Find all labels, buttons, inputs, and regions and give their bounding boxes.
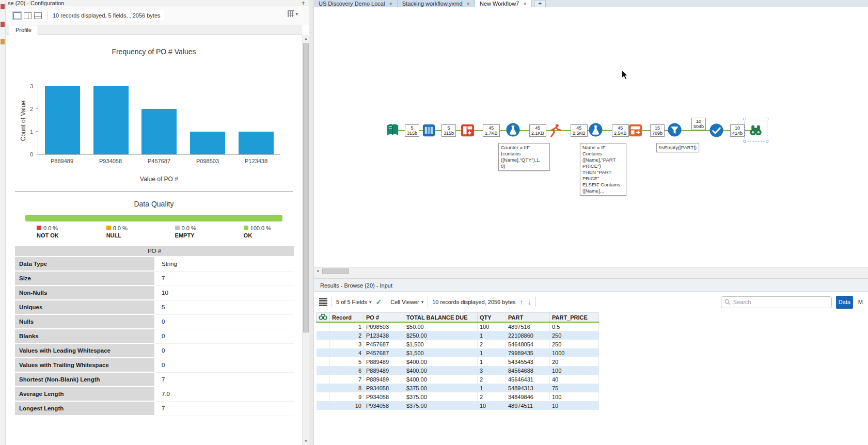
search-input[interactable] <box>733 299 828 305</box>
runner-tool[interactable] <box>547 122 563 138</box>
results-row[interactable]: 3P457687$1,500254648054250 <box>317 340 599 348</box>
scrollbar-thumb[interactable] <box>303 43 309 332</box>
results-cell[interactable]: $1,500 <box>404 340 478 348</box>
results-cell[interactable]: 5 <box>330 357 364 366</box>
connection-badge[interactable]: 451.7KB <box>483 124 500 137</box>
results-row[interactable]: 4P457687$1,5001799894351000 <box>317 348 599 357</box>
tab-profile[interactable]: Profile <box>9 25 38 35</box>
results-column-header[interactable]: PART_PRICE <box>550 313 599 323</box>
results-row[interactable]: 7P889489$400.0024564643140 <box>317 375 599 384</box>
connection-badge[interactable]: 5315b <box>441 124 456 137</box>
results-cell[interactable]: 1 <box>330 322 364 331</box>
scroll-left-button[interactable]: ◄ <box>314 268 321 274</box>
results-cell[interactable]: $375.00 <box>404 392 478 401</box>
results-cell[interactable]: 7 <box>330 375 364 384</box>
results-cell[interactable]: 6 <box>330 366 364 375</box>
results-cell[interactable]: 250 <box>550 331 599 340</box>
results-column-header[interactable]: PO # <box>364 313 404 323</box>
results-cell[interactable]: 3 <box>330 340 364 348</box>
filter-tool[interactable] <box>667 122 683 138</box>
close-icon[interactable]: × <box>467 0 470 7</box>
results-cell[interactable]: P934058 <box>364 392 404 401</box>
results-cell[interactable]: 84564688 <box>506 366 550 375</box>
expand-icon[interactable]: + <box>301 0 305 6</box>
results-column-header[interactable]: TOTAL BALANCE DUE <box>404 313 478 323</box>
results-cell[interactable]: 1 <box>478 348 506 357</box>
split-horizontal-layout-icon[interactable] <box>34 12 42 19</box>
dock-icon-1[interactable] <box>1 4 5 9</box>
metadata-button[interactable]: M <box>857 299 863 305</box>
results-row[interactable]: 1P098503$50.0010048975160.5 <box>317 322 599 331</box>
results-cell[interactable]: $400.00 <box>404 375 478 384</box>
results-cell[interactable]: 9 <box>330 392 364 401</box>
split-vertical-layout-icon[interactable] <box>24 12 31 19</box>
results-cell[interactable]: 1 <box>478 357 506 366</box>
results-cell[interactable]: 75 <box>550 384 599 392</box>
results-cell[interactable]: P457687 <box>364 340 404 348</box>
results-cell[interactable]: 40 <box>550 375 599 384</box>
formula-tool-2[interactable] <box>588 122 604 138</box>
results-cell[interactable]: 10 <box>550 401 599 410</box>
data-view-button[interactable]: Data <box>836 296 853 309</box>
results-cell[interactable]: 54648054 <box>506 340 550 348</box>
results-row[interactable]: 9P934058$375.00234849846100 <box>317 392 599 401</box>
results-cell[interactable]: 10 <box>478 401 506 410</box>
workflow-canvas[interactable]: 5315b 5315b 451.7KB 452.1KB 452.5KB <box>314 7 868 267</box>
results-cell[interactable]: 100 <box>550 392 599 401</box>
results-cell[interactable]: P123438 <box>364 331 404 340</box>
results-cell[interactable]: P889489 <box>364 366 404 375</box>
results-cell[interactable]: 20 <box>550 357 599 366</box>
select-tool[interactable] <box>708 122 724 138</box>
dock-icon-2[interactable] <box>1 22 5 27</box>
up-arrow-button[interactable]: ↑ <box>520 298 524 306</box>
annotation-name-formula[interactable]: Name = IF Contains ([Name],"PART PRICE")… <box>580 143 626 196</box>
results-cell[interactable]: P934058 <box>364 384 404 392</box>
connection-badge[interactable]: 452.1KB <box>529 124 546 137</box>
results-cell[interactable]: P457687 <box>364 348 404 357</box>
results-cell[interactable]: $50.00 <box>404 322 478 331</box>
vertical-scrollbar[interactable]: ▲ ▼ <box>302 35 309 445</box>
results-cell[interactable]: P889489 <box>364 375 404 384</box>
results-cell[interactable]: 54345543 <box>506 357 550 366</box>
results-row[interactable]: 10P934058$375.00104897451110 <box>317 401 599 410</box>
results-cell[interactable]: 4897516 <box>506 322 550 331</box>
results-cell[interactable]: 100 <box>478 322 506 331</box>
results-cell[interactable]: 79989435 <box>506 348 550 357</box>
search-box[interactable] <box>721 296 832 308</box>
results-row[interactable]: 6P889489$400.00384564688100 <box>317 366 599 375</box>
connection-badge[interactable]: 10504b <box>691 118 706 130</box>
results-row[interactable]: 8P934058$375.0015489431375 <box>317 384 599 392</box>
schema-toggle-icon[interactable] <box>319 297 327 307</box>
data-table-tool[interactable] <box>421 122 437 138</box>
connection-badge[interactable]: 15709b <box>650 124 665 137</box>
new-tab-button[interactable]: + <box>534 0 546 7</box>
close-icon[interactable]: × <box>389 0 392 7</box>
annotation-counter-formula[interactable]: Counter = IIF (contains ([Name],"QTY"),1… <box>498 143 550 171</box>
results-cell[interactable]: $400.00 <box>404 366 478 375</box>
results-row[interactable]: 2P123438$250.00122108860250 <box>317 331 599 340</box>
results-cell[interactable]: 34849846 <box>506 392 550 401</box>
connection-badge[interactable]: 452.5KB <box>612 124 629 137</box>
results-cell[interactable]: $375.00 <box>404 401 478 410</box>
results-cell[interactable]: 54894313 <box>506 384 550 392</box>
formula-tool-1[interactable] <box>505 122 521 138</box>
results-cell[interactable]: 45646431 <box>506 375 550 384</box>
results-cell[interactable]: $375.00 <box>404 384 478 392</box>
tab-us-discovery-demo-local[interactable]: US Discovery Demo Local × <box>314 0 398 7</box>
results-cell[interactable]: $1,500 <box>404 348 478 357</box>
transpose-tool[interactable] <box>460 122 476 138</box>
connection-badge[interactable]: 10414b <box>730 124 745 137</box>
panel-splitter[interactable] <box>309 0 314 445</box>
results-column-header[interactable]: PART <box>506 313 550 323</box>
results-row[interactable]: 5P889489$400.0015434554320 <box>317 357 599 366</box>
results-cell[interactable]: 0.5 <box>550 322 599 331</box>
results-cell[interactable]: 3 <box>478 366 506 375</box>
results-cell[interactable]: 100 <box>550 366 599 375</box>
results-cell[interactable]: P889489 <box>364 357 404 366</box>
results-cell[interactable]: 2 <box>478 375 506 384</box>
results-cell[interactable]: 2 <box>478 340 506 348</box>
apply-check-icon[interactable]: ✓ <box>375 298 382 306</box>
connection-badge[interactable]: 5315b <box>405 124 419 137</box>
results-cell[interactable]: 2 <box>330 331 364 340</box>
results-cell[interactable]: $400.00 <box>404 357 478 366</box>
